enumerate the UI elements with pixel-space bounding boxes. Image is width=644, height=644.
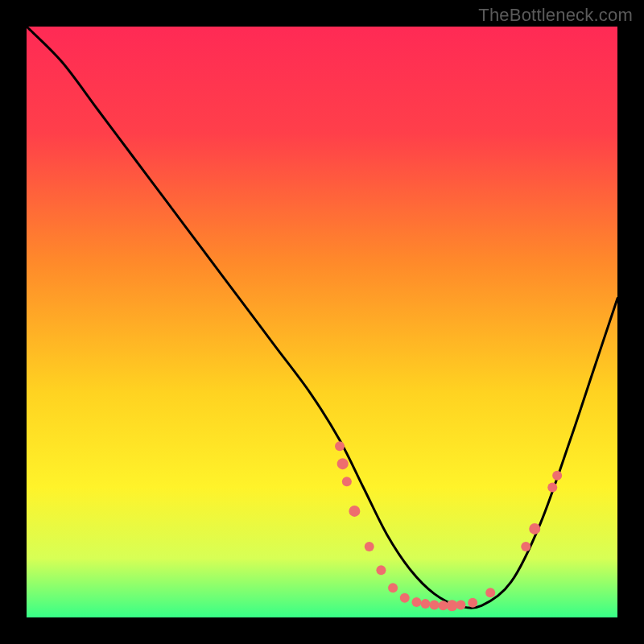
data-marker — [429, 601, 439, 610]
plot-area — [27, 27, 617, 617]
data-marker — [335, 441, 345, 451]
attribution-text: TheBottleneck.com — [478, 5, 633, 26]
data-marker — [400, 593, 410, 603]
data-marker — [485, 588, 495, 597]
data-marker — [342, 477, 352, 486]
data-marker — [521, 542, 530, 551]
data-marker — [446, 600, 457, 611]
chart-frame: TheBottleneck.com — [0, 0, 644, 644]
data-marker — [411, 597, 421, 607]
data-marker — [529, 523, 540, 535]
data-marker — [349, 506, 360, 517]
chart-svg — [27, 27, 617, 617]
data-marker — [420, 599, 430, 609]
data-marker — [552, 471, 562, 481]
data-marker — [365, 542, 374, 551]
gradient-background — [27, 27, 617, 617]
data-marker — [388, 583, 398, 592]
data-marker — [547, 483, 557, 493]
data-marker — [376, 565, 386, 575]
data-marker — [468, 598, 477, 608]
data-marker — [456, 601, 465, 610]
data-marker — [337, 458, 349, 469]
